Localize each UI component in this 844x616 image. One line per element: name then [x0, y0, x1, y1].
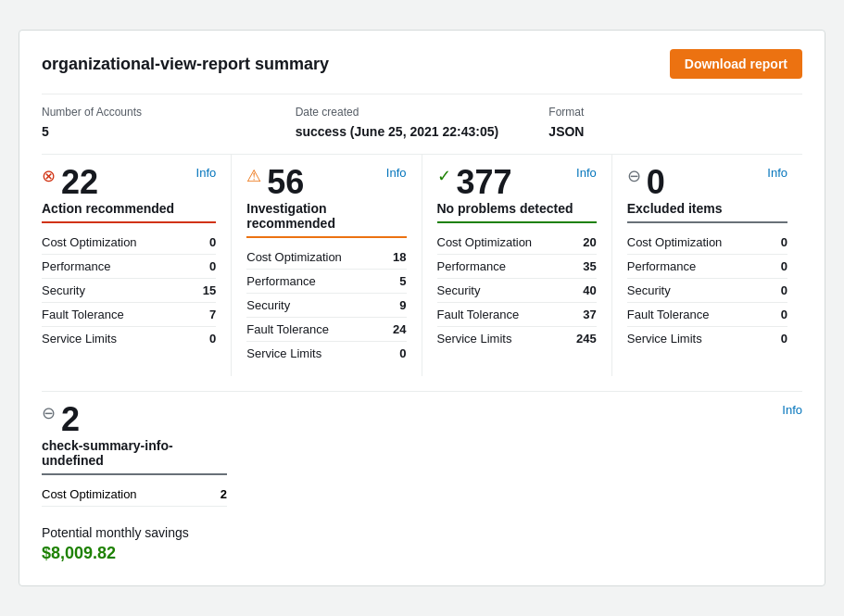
stat-row-value: 245: [576, 332, 597, 346]
accounts-label: Number of Accounts: [42, 106, 296, 119]
stat-row-label: Performance: [42, 259, 110, 273]
stat-row: Security15: [42, 279, 216, 303]
stat-header-investigation: ⚠56Info: [246, 166, 406, 199]
stat-row-value: 0: [781, 332, 787, 346]
stat-row-label: Fault Tolerance: [437, 308, 520, 321]
stat-row-label: Cost Optimization: [42, 235, 137, 249]
bottom-stat-header: ⊖ 2 Info: [42, 403, 802, 436]
stat-row: Fault Tolerance0: [627, 303, 787, 327]
stat-row-label: Fault Tolerance: [627, 308, 710, 321]
excluded-number: 0: [647, 166, 665, 199]
stat-row-value: 24: [393, 322, 406, 336]
format-label: Format: [548, 106, 802, 119]
meta-row: Number of Accounts 5 Date created succes…: [42, 94, 802, 139]
stat-row-value: 35: [583, 259, 596, 273]
savings-label: Potential monthly savings: [42, 525, 802, 540]
stat-row: Security0: [627, 279, 787, 303]
stat-row-label: Cost Optimization: [627, 235, 723, 249]
bottom-stat-icon: ⊖: [42, 405, 56, 421]
no-problems-rows: Cost Optimization20Performance35Security…: [437, 231, 597, 350]
savings-section: Potential monthly savings $8,009.82: [42, 525, 802, 563]
stat-row-value: 0: [781, 235, 787, 249]
excluded-info-link[interactable]: Info: [767, 166, 787, 180]
stat-row: Service Limits245: [437, 327, 597, 350]
excluded-icon: ⊖: [627, 168, 641, 184]
bottom-stat-row: Cost Optimization2: [42, 483, 227, 507]
stat-row-value: 0: [781, 283, 787, 297]
header-row: organizational-view-report summary Downl…: [42, 49, 802, 79]
no-problems-info-link[interactable]: Info: [576, 166, 597, 180]
stat-row: Security9: [246, 294, 406, 318]
stat-row: Service Limits0: [246, 342, 406, 365]
investigation-number: 56: [267, 166, 304, 199]
action-rows: Cost Optimization0Performance0Security15…: [42, 231, 216, 350]
stat-row-label: Service Limits: [437, 332, 512, 346]
stat-row-value: 40: [583, 283, 596, 297]
stat-row-label: Performance: [246, 274, 315, 288]
action-info-link[interactable]: Info: [196, 166, 217, 180]
stat-row: Fault Tolerance37: [437, 303, 597, 327]
format-meta: Format JSON: [548, 106, 802, 139]
date-meta: Date created success (June 25, 2021 22:4…: [296, 106, 549, 139]
date-label: Date created: [296, 106, 549, 119]
stat-row: Service Limits0: [42, 327, 216, 350]
excluded-title: Excluded items: [627, 201, 787, 223]
stat-row-label: Cost Optimization: [437, 235, 533, 249]
bottom-stat-rows: Cost Optimization2: [42, 483, 802, 507]
stat-row-value: 0: [781, 259, 787, 273]
stat-col-investigation: ⚠56InfoInvestigation recommendedCost Opt…: [232, 155, 422, 376]
stat-row-value: 5: [399, 274, 406, 288]
stat-row-value: 0: [209, 332, 216, 346]
no-problems-title: No problems detected: [437, 201, 597, 223]
investigation-info-link[interactable]: Info: [386, 166, 407, 180]
stat-row-label: Security: [42, 283, 85, 297]
stat-row: Cost Optimization20: [437, 231, 597, 255]
action-title: Action recommended: [42, 201, 216, 223]
bottom-info-link[interactable]: Info: [782, 403, 802, 417]
stat-row: Cost Optimization0: [627, 231, 787, 255]
stat-row-label: Performance: [437, 259, 506, 273]
stat-row-value: 0: [781, 308, 787, 321]
action-icon: ⊗: [42, 168, 56, 184]
stats-grid: ⊗22InfoAction recommendedCost Optimizati…: [42, 154, 802, 376]
bottom-row-value: 2: [220, 487, 227, 501]
stat-row-label: Service Limits: [246, 346, 321, 360]
stat-row-label: Service Limits: [42, 332, 117, 346]
stat-header-action: ⊗22Info: [42, 166, 216, 199]
stat-row: Performance0: [42, 255, 216, 279]
accounts-value: 5: [42, 124, 296, 139]
stat-row-label: Service Limits: [627, 332, 702, 346]
stat-row-label: Security: [246, 298, 290, 312]
stat-row-value: 0: [399, 346, 406, 360]
page-title: organizational-view-report summary: [42, 55, 329, 74]
stat-header-no-problems: ✓377Info: [437, 166, 597, 199]
stat-col-no-problems: ✓377InfoNo problems detectedCost Optimiz…: [422, 155, 612, 376]
stat-row-label: Fault Tolerance: [42, 308, 124, 321]
date-value: success (June 25, 2021 22:43:05): [296, 124, 549, 139]
report-card: organizational-view-report summary Downl…: [19, 30, 825, 586]
stat-row-value: 20: [583, 235, 596, 249]
accounts-meta: Number of Accounts 5: [42, 106, 296, 139]
stat-row-value: 9: [399, 298, 406, 312]
stat-row: Performance0: [627, 255, 787, 279]
stat-row-value: 15: [203, 283, 216, 297]
stat-row-value: 7: [209, 308, 216, 321]
stat-row-value: 37: [583, 308, 596, 321]
stat-row-label: Cost Optimization: [246, 250, 342, 264]
stat-row: Cost Optimization0: [42, 231, 216, 255]
stat-row-label: Performance: [627, 259, 696, 273]
excluded-rows: Cost Optimization0Performance0Security0F…: [627, 231, 787, 350]
stat-row-label: Fault Tolerance: [246, 322, 329, 336]
stat-row: Fault Tolerance24: [246, 318, 406, 342]
investigation-rows: Cost Optimization18Performance5Security9…: [246, 245, 406, 365]
bottom-section: ⊖ 2 Info check-summary-info-undefined Co…: [42, 391, 802, 507]
stat-row: Performance5: [246, 270, 406, 294]
stat-header-excluded: ⊖0Info: [627, 166, 787, 199]
download-report-button[interactable]: Download report: [670, 49, 802, 79]
savings-value: $8,009.82: [42, 544, 802, 563]
stat-col-action: ⊗22InfoAction recommendedCost Optimizati…: [42, 155, 232, 376]
stat-row-value: 0: [209, 259, 216, 273]
no-problems-icon: ✓: [437, 168, 451, 184]
stat-row: Service Limits0: [627, 327, 787, 350]
stat-row-label: Security: [627, 283, 671, 297]
